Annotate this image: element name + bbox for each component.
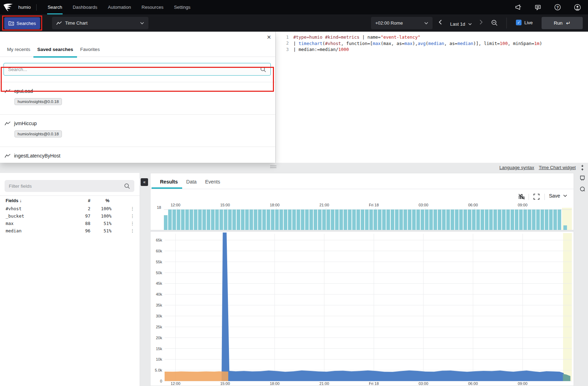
help-icon[interactable]: ? bbox=[554, 4, 561, 11]
brand-name: humio bbox=[18, 5, 31, 10]
nav-item-automation[interactable]: Automation bbox=[103, 0, 136, 14]
top-nav: humio SearchDashboardsAutomationResource… bbox=[0, 0, 588, 14]
saved-search-item[interactable]: jvmHiccuphumio/insights@0.0.18 bbox=[0, 114, 275, 147]
run-button[interactable]: Run ↵ bbox=[542, 17, 583, 29]
event-distribution-histogram[interactable] bbox=[164, 208, 572, 230]
histogram-bar bbox=[532, 210, 536, 230]
histogram-bar bbox=[425, 210, 428, 230]
saved-searches-tabs: My recentsSaved searchesFavorites bbox=[0, 41, 275, 57]
saved-search-input[interactable] bbox=[8, 67, 260, 72]
histogram-bar bbox=[472, 210, 475, 230]
histogram-bar bbox=[335, 210, 339, 230]
histogram-bar bbox=[296, 210, 300, 230]
kebab-menu-icon[interactable]: ⋮ bbox=[130, 228, 135, 233]
y-tick-label: 0 bbox=[160, 379, 162, 383]
y-tick-label: 60k bbox=[156, 249, 162, 253]
nav-item-resources[interactable]: Resources bbox=[136, 0, 169, 14]
histogram-bar bbox=[365, 210, 369, 230]
time-chart-card: 65k60k55k50k45k40k35k30k25k20k15k10k5.0k… bbox=[150, 231, 574, 386]
timezone-select[interactable]: +02:00 Rome bbox=[371, 17, 433, 29]
widget-dock-icon[interactable] bbox=[580, 175, 585, 183]
field-row[interactable]: _bucket97100%⋮ bbox=[0, 213, 140, 221]
sort-descending-icon[interactable]: ↓ bbox=[20, 198, 22, 203]
histogram-bar bbox=[245, 210, 249, 230]
histogram-bar bbox=[314, 210, 317, 230]
x-tick-label: 21:00 bbox=[319, 381, 329, 386]
query-editor[interactable]: 1#type=humio #kind=metrics | name="event… bbox=[275, 32, 588, 163]
time-range-select[interactable]: Last 1d bbox=[450, 21, 472, 27]
toggle-histogram-icon[interactable] bbox=[518, 193, 525, 201]
histogram-bar bbox=[549, 210, 552, 230]
save-button[interactable]: Save bbox=[549, 193, 567, 199]
fields-table-header: Fields ↓ # % bbox=[0, 198, 140, 205]
nav-item-settings[interactable]: Settings bbox=[169, 0, 196, 14]
histogram-bar bbox=[464, 210, 467, 230]
code-line: 2| timechart(#vhost, function=[max(max, … bbox=[276, 40, 588, 47]
saved-search-item[interactable]: ingestLatencyByHosthumio/insights@0.0.18 bbox=[0, 147, 275, 163]
tab-events[interactable]: Events bbox=[201, 179, 224, 189]
fields-column-header: Fields bbox=[6, 198, 18, 203]
package-badge: humio/insights@0.0.18 bbox=[14, 98, 62, 105]
zoom-out-icon[interactable] bbox=[491, 19, 498, 28]
tab-results[interactable]: Results bbox=[156, 179, 182, 189]
collapse-fields-panel-button[interactable]: « bbox=[141, 178, 148, 186]
time-chart-widget-link[interactable]: Time Chart widget bbox=[539, 165, 576, 170]
histogram-bar bbox=[386, 210, 390, 230]
field-row[interactable]: #vhost2100%⋮ bbox=[0, 206, 140, 213]
searches-button[interactable]: Searches bbox=[4, 17, 40, 29]
code-line: 1#type=humio #kind=metrics | name="event… bbox=[276, 34, 588, 40]
histogram-bar bbox=[318, 210, 321, 230]
splitter-drag-handle[interactable] bbox=[270, 166, 276, 169]
tab-data[interactable]: Data bbox=[182, 179, 201, 189]
histogram-bar bbox=[215, 210, 219, 230]
histogram-bar bbox=[190, 210, 193, 230]
histogram-bar bbox=[207, 210, 210, 230]
divider bbox=[529, 194, 529, 200]
time-chart[interactable]: 65k60k55k50k45k40k35k30k25k20k15k10k5.0k… bbox=[151, 232, 574, 386]
histogram-bar bbox=[519, 210, 523, 230]
histogram-bar bbox=[523, 210, 527, 230]
search-inspect-icon[interactable] bbox=[580, 186, 586, 194]
live-checkbox[interactable]: ✓ Live bbox=[516, 20, 533, 25]
field-count: 88 bbox=[85, 221, 90, 226]
kebab-menu-icon[interactable]: ⋮ bbox=[130, 206, 135, 211]
histogram-bar bbox=[280, 210, 283, 230]
kebab-menu-icon[interactable]: ⋮ bbox=[130, 213, 135, 219]
field-row[interactable]: median9651%⋮ bbox=[0, 228, 140, 236]
nav-item-dashboards[interactable]: Dashboards bbox=[68, 0, 103, 14]
histogram-bar bbox=[412, 210, 416, 230]
field-count: 2 bbox=[88, 206, 90, 211]
fullscreen-icon[interactable] bbox=[533, 193, 540, 201]
histogram-bar bbox=[224, 210, 227, 230]
y-tick-label: 20k bbox=[156, 336, 162, 340]
package-badge: humio/insights@0.0.18 bbox=[14, 130, 62, 137]
collapse-vertical-icon[interactable] bbox=[580, 165, 585, 172]
tab-my-recents[interactable]: My recents bbox=[4, 47, 34, 57]
filter-fields-input[interactable] bbox=[9, 184, 124, 189]
line-number: 2 bbox=[276, 41, 293, 46]
tab-favorites[interactable]: Favorites bbox=[77, 47, 103, 57]
tab-saved-searches[interactable]: Saved searches bbox=[34, 47, 77, 57]
announcements-icon[interactable] bbox=[515, 4, 522, 11]
histogram-live-bar bbox=[563, 225, 567, 230]
account-icon[interactable] bbox=[574, 4, 581, 11]
language-syntax-link[interactable]: Language syntax bbox=[499, 165, 534, 170]
histogram-x-tick-label: 06:00 bbox=[468, 203, 478, 207]
chevron-down-icon bbox=[424, 22, 428, 25]
time-next-icon[interactable] bbox=[479, 19, 483, 26]
view-type-select[interactable]: Time Chart bbox=[52, 17, 148, 29]
line-chart-icon bbox=[5, 89, 11, 95]
saved-search-item[interactable]: cpuLoadhumio/insights@0.0.18 bbox=[0, 82, 275, 114]
close-icon[interactable]: ✕ bbox=[267, 34, 271, 40]
time-prev-icon[interactable] bbox=[439, 19, 442, 26]
nav-item-search[interactable]: Search bbox=[42, 0, 67, 14]
kebab-menu-icon[interactable]: ⋮ bbox=[130, 221, 135, 226]
histogram-bar bbox=[172, 210, 176, 230]
feedback-icon[interactable] bbox=[535, 4, 541, 11]
field-row[interactable]: max8851%⋮ bbox=[0, 221, 140, 228]
histogram-bar bbox=[168, 210, 172, 230]
query-code: 1#type=humio #kind=metrics | name="event… bbox=[276, 34, 588, 53]
field-percent: 51% bbox=[103, 221, 111, 226]
x-tick-label: 03:00 bbox=[418, 381, 428, 386]
histogram-bar bbox=[331, 210, 334, 230]
